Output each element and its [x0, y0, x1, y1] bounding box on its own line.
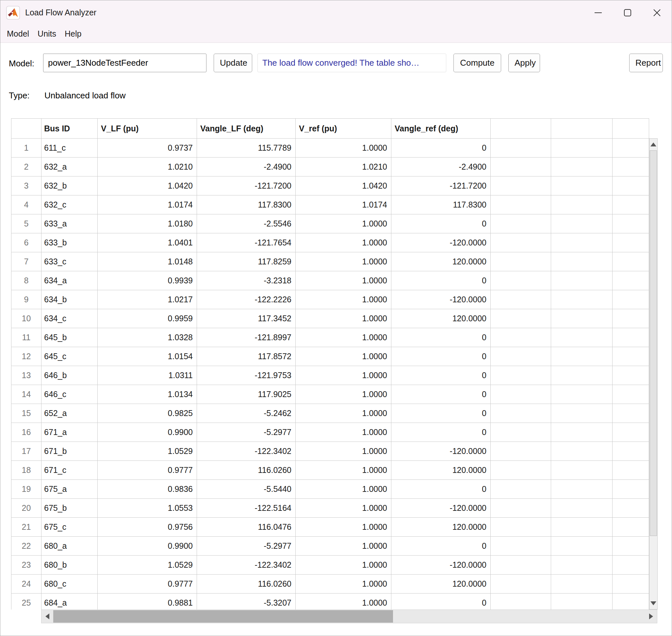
vangle-lf-cell[interactable]: 116.0260	[197, 461, 296, 480]
vangle-ref-cell[interactable]: -2.4900	[391, 158, 491, 177]
report-button[interactable]: Report	[629, 54, 663, 72]
model-input[interactable]	[43, 54, 206, 72]
v-lf-cell[interactable]: 0.9900	[98, 537, 197, 556]
vangle-ref-cell[interactable]: 0	[391, 271, 491, 290]
vangle-ref-cell[interactable]: -120.0000	[391, 556, 491, 575]
v-lf-cell[interactable]: 1.0134	[98, 385, 197, 404]
scroll-down-button[interactable]	[649, 597, 657, 609]
bus-id-cell[interactable]: 646_b	[41, 366, 98, 385]
apply-button[interactable]: Apply	[508, 54, 540, 72]
v-ref-cell[interactable]: 1.0000	[296, 214, 391, 233]
vangle-ref-cell[interactable]: -120.0000	[391, 499, 491, 518]
v-ref-cell[interactable]: 1.0000	[296, 442, 391, 461]
bus-id-cell[interactable]: 680_a	[41, 537, 98, 556]
vangle-ref-cell[interactable]: 0	[391, 423, 491, 442]
menu-model[interactable]: Model	[3, 27, 33, 41]
close-button[interactable]	[642, 0, 672, 25]
vangle-ref-cell[interactable]: 120.0000	[391, 575, 491, 594]
v-ref-cell[interactable]: 1.0000	[296, 271, 391, 290]
scroll-left-button[interactable]	[41, 610, 53, 623]
v-lf-cell[interactable]: 0.9836	[98, 480, 197, 499]
v-lf-cell[interactable]: 0.9959	[98, 309, 197, 328]
vangle-ref-cell[interactable]: 0	[391, 328, 491, 347]
menu-help[interactable]: Help	[60, 27, 86, 41]
vertical-scrollbar[interactable]	[649, 138, 658, 610]
bus-id-cell[interactable]: 684_a	[41, 594, 98, 610]
v-lf-cell[interactable]: 0.9777	[98, 461, 197, 480]
bus-id-cell[interactable]: 680_c	[41, 575, 98, 594]
vangle-lf-cell[interactable]: -5.2462	[197, 404, 296, 423]
bus-id-cell[interactable]: 633_a	[41, 214, 98, 233]
v-ref-cell[interactable]: 1.0210	[296, 158, 391, 177]
update-button[interactable]: Update	[213, 54, 252, 72]
vangle-ref-cell[interactable]: 0	[391, 214, 491, 233]
vangle-lf-cell[interactable]: 115.7789	[197, 139, 296, 158]
minimize-button[interactable]	[584, 0, 613, 25]
v-ref-cell[interactable]: 1.0000	[296, 366, 391, 385]
vangle-ref-cell[interactable]: 0	[391, 385, 491, 404]
bus-id-cell[interactable]: 633_c	[41, 252, 98, 271]
vangle-lf-cell[interactable]: -122.3402	[197, 442, 296, 461]
vangle-lf-cell[interactable]: -5.2977	[197, 423, 296, 442]
bus-id-cell[interactable]: 645_c	[41, 347, 98, 366]
vangle-lf-cell[interactable]: -3.2318	[197, 271, 296, 290]
bus-id-cell[interactable]: 675_a	[41, 480, 98, 499]
v-lf-cell[interactable]: 1.0174	[98, 195, 197, 214]
vangle-ref-cell[interactable]: 120.0000	[391, 309, 491, 328]
scroll-right-button[interactable]	[645, 610, 657, 623]
v-lf-cell[interactable]: 1.0401	[98, 233, 197, 252]
bus-id-cell[interactable]: 671_b	[41, 442, 98, 461]
v-ref-cell[interactable]: 1.0000	[296, 347, 391, 366]
vangle-lf-cell[interactable]: -121.9753	[197, 366, 296, 385]
vangle-lf-cell[interactable]: -2.5546	[197, 214, 296, 233]
vangle-lf-cell[interactable]: 117.8572	[197, 347, 296, 366]
bus-id-cell[interactable]: 632_a	[41, 158, 98, 177]
bus-id-cell[interactable]: 634_a	[41, 271, 98, 290]
bus-id-cell[interactable]: 634_b	[41, 290, 98, 309]
vangle-lf-cell[interactable]: 117.3452	[197, 309, 296, 328]
v-lf-cell[interactable]: 1.0328	[98, 328, 197, 347]
vangle-ref-cell[interactable]: -120.0000	[391, 442, 491, 461]
v-ref-cell[interactable]: 1.0000	[296, 404, 391, 423]
vangle-ref-cell[interactable]: 0	[391, 139, 491, 158]
v-lf-cell[interactable]: 1.0217	[98, 290, 197, 309]
vangle-lf-cell[interactable]: 117.9025	[197, 385, 296, 404]
vangle-ref-cell[interactable]: 0	[391, 480, 491, 499]
vangle-lf-cell[interactable]: -122.2226	[197, 290, 296, 309]
v-lf-cell[interactable]: 0.9881	[98, 594, 197, 610]
bus-id-cell[interactable]: 632_b	[41, 177, 98, 195]
header-v-lf[interactable]: V_LF (pu)	[98, 119, 197, 139]
v-ref-cell[interactable]: 1.0174	[296, 195, 391, 214]
bus-id-cell[interactable]: 632_c	[41, 195, 98, 214]
vangle-ref-cell[interactable]: 117.8300	[391, 195, 491, 214]
bus-id-cell[interactable]: 652_a	[41, 404, 98, 423]
v-ref-cell[interactable]: 1.0000	[296, 461, 391, 480]
v-ref-cell[interactable]: 1.0000	[296, 537, 391, 556]
v-lf-cell[interactable]: 1.0180	[98, 214, 197, 233]
v-ref-cell[interactable]: 1.0000	[296, 139, 391, 158]
v-ref-cell[interactable]: 1.0000	[296, 290, 391, 309]
vangle-ref-cell[interactable]: -120.0000	[391, 290, 491, 309]
v-ref-cell[interactable]: 1.0000	[296, 252, 391, 271]
v-lf-cell[interactable]: 0.9737	[98, 139, 197, 158]
menu-units[interactable]: Units	[33, 27, 60, 41]
bus-id-cell[interactable]: 671_c	[41, 461, 98, 480]
v-ref-cell[interactable]: 1.0000	[296, 499, 391, 518]
vangle-lf-cell[interactable]: -5.2977	[197, 537, 296, 556]
header-vangle-lf[interactable]: Vangle_LF (deg)	[197, 119, 296, 139]
vangle-lf-cell[interactable]: -5.5440	[197, 480, 296, 499]
v-lf-cell[interactable]: 0.9825	[98, 404, 197, 423]
v-lf-cell[interactable]: 1.0148	[98, 252, 197, 271]
vangle-lf-cell[interactable]: -5.3207	[197, 594, 296, 610]
vangle-lf-cell[interactable]: 117.8259	[197, 252, 296, 271]
header-v-ref[interactable]: V_ref (pu)	[296, 119, 391, 139]
v-lf-cell[interactable]: 1.0210	[98, 158, 197, 177]
compute-button[interactable]: Compute	[453, 54, 501, 72]
vangle-lf-cell[interactable]: -122.5164	[197, 499, 296, 518]
v-lf-cell[interactable]: 1.0529	[98, 556, 197, 575]
vangle-lf-cell[interactable]: -121.7654	[197, 233, 296, 252]
vangle-ref-cell[interactable]: 0	[391, 366, 491, 385]
v-ref-cell[interactable]: 1.0000	[296, 575, 391, 594]
v-ref-cell[interactable]: 1.0000	[296, 328, 391, 347]
bus-id-cell[interactable]: 645_b	[41, 328, 98, 347]
